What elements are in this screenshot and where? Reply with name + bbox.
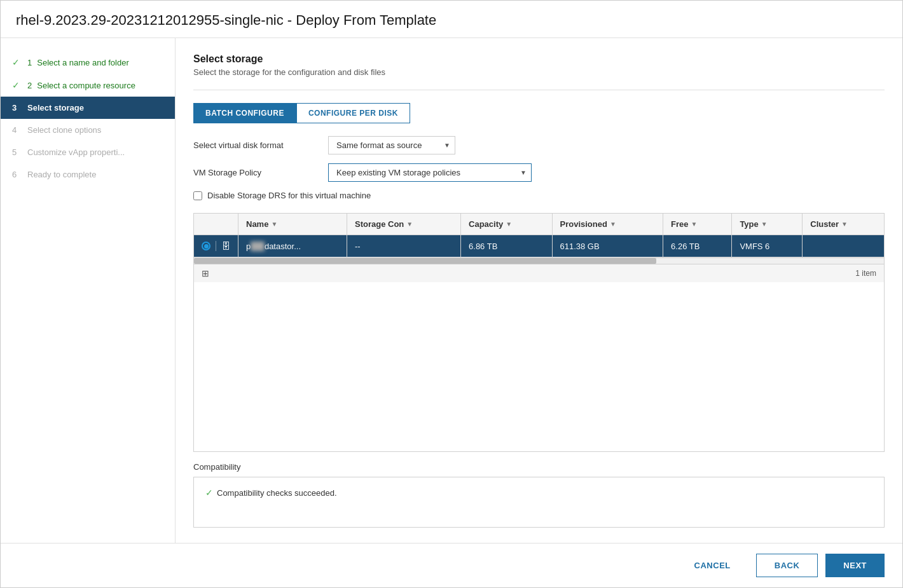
row-separator <box>216 241 216 251</box>
sidebar: ✓ 1 Select a name and folder ✓ 2 Select … <box>1 38 176 543</box>
th-free[interactable]: Free ▼ <box>663 214 732 235</box>
storage-policy-row: VM Storage Policy Keep existing VM stora… <box>193 163 885 182</box>
toggle-buttons: BATCH CONFIGURE CONFIGURE PER DISK <box>193 103 885 123</box>
sidebar-item-step4: 4 Select clone options <box>1 119 175 141</box>
th-select <box>194 214 238 235</box>
sidebar-item-text-step5: Customize vApp properti... <box>27 147 125 157</box>
disk-format-select-wrapper: Same format as source ▼ <box>328 136 455 154</box>
batch-configure-button[interactable]: BATCH CONFIGURE <box>193 103 296 123</box>
sidebar-item-step6: 6 Ready to complete <box>1 163 175 186</box>
disk-format-label: Select virtual disk format <box>193 140 321 150</box>
disable-drs-row: Disable Storage DRS for this virtual mac… <box>193 191 885 200</box>
td-capacity: 6.86 TB <box>461 235 552 257</box>
storage-policy-select[interactable]: Keep existing VM storage policies <box>328 163 532 182</box>
deploy-dialog: rhel-9.2023.29-20231212012955-single-nic… <box>0 0 903 588</box>
td-cluster <box>803 235 884 257</box>
check-icon-step2: ✓ <box>12 80 22 90</box>
th-storage-con-label: Storage Con <box>355 219 404 229</box>
th-capacity-label: Capacity <box>469 219 503 229</box>
configure-per-disk-button[interactable]: CONFIGURE PER DISK <box>296 103 410 123</box>
sidebar-item-text-step6: Ready to complete <box>27 170 96 179</box>
sidebar-item-step1[interactable]: ✓ 1 Select a name and folder <box>1 51 175 74</box>
name-blurred <box>251 242 265 251</box>
td-type: VMFS 6 <box>732 235 803 257</box>
storage-policy-select-wrapper: Keep existing VM storage policies ▼ <box>328 163 532 182</box>
storage-table-container: Name ▼ Storage Con ▼ <box>193 213 885 452</box>
sidebar-item-text-step2: Select a compute resource <box>37 81 135 90</box>
filter-icon-cluster[interactable]: ▼ <box>841 221 848 228</box>
storage-policy-label: VM Storage Policy <box>193 168 321 177</box>
th-name-label: Name <box>246 219 268 229</box>
compatibility-section: Compatibility ✓ Compatibility checks suc… <box>193 462 885 528</box>
table-body: 🗄 p datastor... -- 6.86 TB 611.38 GB 6.2… <box>194 235 884 257</box>
section-title: Select storage <box>193 53 885 65</box>
th-type[interactable]: Type ▼ <box>732 214 803 235</box>
next-button[interactable]: NEXT <box>825 554 885 577</box>
datastore-icon: 🗄 <box>221 241 230 251</box>
check-icon-step1: ✓ <box>12 57 22 67</box>
td-select: 🗄 <box>194 235 238 257</box>
disk-format-row: Select virtual disk format Same format a… <box>193 136 885 154</box>
th-storage-con[interactable]: Storage Con ▼ <box>347 214 461 235</box>
td-provisioned: 611.38 GB <box>552 235 663 257</box>
column-toggle-icon[interactable]: ⊞ <box>202 268 209 278</box>
filter-icon-storagecon[interactable]: ▼ <box>406 221 413 228</box>
compat-success: ✓ Compatibility checks succeeded. <box>205 488 872 498</box>
back-button[interactable]: BACK <box>756 554 818 577</box>
row-cell-first: 🗄 <box>202 241 230 251</box>
sidebar-item-label-step1: 1 <box>27 58 32 67</box>
table-row[interactable]: 🗄 p datastor... -- 6.86 TB 611.38 GB 6.2… <box>194 235 884 257</box>
disable-drs-label[interactable]: Disable Storage DRS for this virtual mac… <box>207 191 371 200</box>
disable-drs-checkbox[interactable] <box>193 191 202 200</box>
th-provisioned[interactable]: Provisioned ▼ <box>552 214 663 235</box>
main-content: Select storage Select the storage for th… <box>176 38 902 543</box>
step-number-step4: 4 <box>12 125 22 135</box>
filter-icon-free[interactable]: ▼ <box>691 221 698 228</box>
row-radio[interactable] <box>202 242 210 250</box>
compatibility-label: Compatibility <box>193 462 885 472</box>
sidebar-item-step3[interactable]: 3 Select storage <box>1 97 175 119</box>
scroll-thumb <box>194 258 656 264</box>
compat-check-icon: ✓ <box>205 488 213 498</box>
td-name: p datastor... <box>238 235 347 257</box>
th-capacity[interactable]: Capacity ▼ <box>461 214 552 235</box>
th-free-label: Free <box>671 219 688 229</box>
name-prefix: p <box>246 242 251 251</box>
td-free: 6.26 TB <box>663 235 732 257</box>
radio-inner <box>204 244 209 249</box>
table-header-row: Name ▼ Storage Con ▼ <box>194 214 884 235</box>
sidebar-item-step2[interactable]: ✓ 2 Select a compute resource <box>1 74 175 97</box>
cancel-button[interactable]: CANCEL <box>677 554 748 577</box>
section-subtitle: Select the storage for the configuration… <box>193 67 885 77</box>
filter-icon-provisioned[interactable]: ▼ <box>610 221 616 228</box>
sidebar-item-step5: 5 Customize vApp properti... <box>1 141 175 163</box>
filter-icon-type[interactable]: ▼ <box>761 221 768 228</box>
filter-icon-name[interactable]: ▼ <box>271 221 277 228</box>
compat-message: Compatibility checks succeeded. <box>217 488 337 498</box>
sidebar-item-text-step1: Select a name and folder <box>37 58 129 67</box>
name-suffix: datastor... <box>265 242 301 251</box>
disk-format-select[interactable]: Same format as source <box>328 136 455 154</box>
table-scroll-area[interactable] <box>194 257 884 264</box>
th-type-label: Type <box>740 219 758 229</box>
sidebar-item-text-step4: Select clone options <box>27 125 101 135</box>
compatibility-box: ✓ Compatibility checks succeeded. <box>193 477 885 528</box>
item-count: 1 item <box>855 269 876 278</box>
sidebar-item-text-step3: Select storage <box>27 103 84 113</box>
section-divider <box>193 90 885 90</box>
th-cluster[interactable]: Cluster ▼ <box>803 214 884 235</box>
td-storage-con: -- <box>347 235 461 257</box>
step-number-step5: 5 <box>12 147 22 157</box>
step-number-step3: 3 <box>12 103 22 113</box>
th-cluster-label: Cluster <box>810 219 839 229</box>
filter-icon-capacity[interactable]: ▼ <box>506 221 512 228</box>
th-provisioned-label: Provisioned <box>560 219 607 229</box>
storage-table: Name ▼ Storage Con ▼ <box>194 214 884 257</box>
th-name[interactable]: Name ▼ <box>238 214 347 235</box>
table-footer: ⊞ 1 item <box>194 264 884 282</box>
dialog-body: ✓ 1 Select a name and folder ✓ 2 Select … <box>1 38 902 543</box>
sidebar-item-label-step2: 2 <box>27 81 32 90</box>
dialog-title: rhel-9.2023.29-20231212012955-single-nic… <box>1 1 902 38</box>
step-number-step6: 6 <box>12 170 22 179</box>
dialog-footer: CANCEL BACK NEXT <box>1 543 902 587</box>
